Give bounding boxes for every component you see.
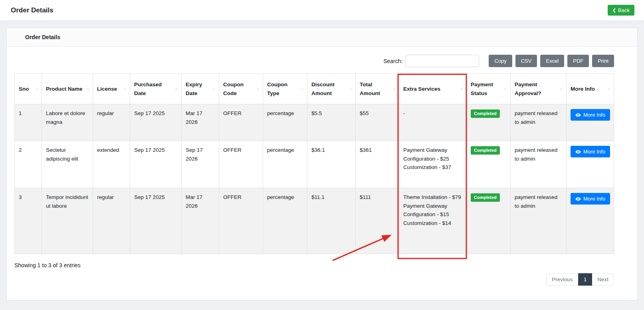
pagination-previous-button[interactable]: Previous: [546, 273, 579, 286]
cell-coupon-type: percentage: [263, 141, 307, 188]
cell-sno: 1: [15, 104, 42, 141]
cell-product-name: Tempor incididunt ut labore: [42, 188, 93, 254]
sort-icon: ↑↓: [175, 86, 177, 92]
sort-icon: ↑↓: [392, 86, 395, 92]
sort-icon: ↑↓: [123, 86, 126, 92]
page-title: Order Details: [11, 6, 54, 14]
more-info-button[interactable]: More Info: [571, 109, 610, 121]
column-header-purchased-date[interactable]: Purchased Date↑↓: [130, 74, 182, 104]
cell-coupon-code: OFFER: [219, 188, 263, 254]
table-header-row: Sno↑↓ Product Name↑↓ License↑↓ Purchased…: [15, 74, 614, 104]
table-row: 3 Tempor incididunt ut labore regular Se…: [15, 188, 614, 254]
cell-coupon-type: percentage: [263, 188, 307, 254]
cell-sno: 3: [15, 188, 42, 254]
card-body: Search: Copy CSV Excel PDF Print Sno↑↓ P…: [7, 47, 637, 300]
sort-icon: ↑↓: [256, 86, 259, 92]
column-header-coupon-code[interactable]: Coupon Code↑↓: [219, 74, 263, 104]
column-header-more-info[interactable]: More Info↑↓: [567, 74, 614, 104]
cell-coupon-code: OFFER: [219, 141, 263, 188]
cell-payment-approval: payment released to admin: [511, 188, 567, 254]
cell-license: regular: [93, 188, 130, 254]
pagination-next-button[interactable]: Next: [592, 273, 614, 286]
status-badge: Completed: [471, 193, 500, 202]
cell-extra-services: Theme Installation - $79 Payment Gateway…: [399, 188, 467, 254]
print-button[interactable]: Print: [592, 55, 614, 67]
pagination: Previous 1 Next: [14, 273, 614, 286]
sort-icon: ↑↓: [212, 86, 215, 92]
column-header-total-amount[interactable]: Total Amount↑↓: [356, 74, 399, 104]
sort-icon: ↑↓: [349, 86, 351, 92]
status-badge: Completed: [471, 109, 500, 118]
cell-expiry-date: Mar 17 2026: [182, 188, 219, 254]
cell-payment-approval: payment released to admin: [511, 141, 567, 188]
cell-extra-services: Payment Gateway Configuration - $25 Cust…: [399, 141, 467, 188]
csv-button[interactable]: CSV: [515, 55, 537, 67]
sort-icon: ↑↓: [607, 86, 610, 92]
cell-product-name: Sectetur adipiscing elit: [42, 141, 93, 188]
search-label: Search:: [383, 58, 402, 64]
cell-more-info: More Info: [567, 188, 614, 254]
cell-discount-amount: $11.1: [307, 188, 356, 254]
order-details-card: Order Details Search: Copy CSV Excel PDF…: [6, 28, 638, 300]
column-header-payment-status[interactable]: Payment Status↑↓: [467, 74, 511, 104]
copy-button[interactable]: Copy: [489, 55, 512, 67]
column-header-discount-amount[interactable]: Discount Amount↑↓: [307, 74, 356, 104]
cell-purchased-date: Sep 17 2025: [130, 188, 182, 254]
cell-license: regular: [93, 104, 130, 141]
excel-button[interactable]: Excel: [540, 55, 564, 67]
cell-expiry-date: Mar 17 2026: [182, 104, 219, 141]
cell-more-info: More Info: [567, 141, 614, 188]
table-info-text: Showing 1 to 3 of 3 entries: [14, 262, 614, 268]
card-title: Order Details: [7, 28, 637, 47]
more-info-button[interactable]: More Info: [571, 146, 610, 157]
eye-icon: [575, 149, 581, 155]
more-info-label: More Info: [583, 149, 605, 155]
cell-sno: 2: [15, 141, 42, 188]
table-row: 2 Sectetur adipiscing elit extended Sep …: [15, 141, 614, 188]
cell-payment-status: Completed: [467, 141, 511, 188]
sort-icon: ↑↓: [301, 86, 303, 92]
sort-icon: ↑↓: [460, 86, 462, 92]
top-bar: Order Details ❮ Back: [0, 0, 644, 21]
cell-coupon-code: OFFER: [219, 104, 263, 141]
cell-purchased-date: Sep 17 2025: [130, 141, 182, 188]
more-info-label: More Info: [583, 196, 605, 202]
cell-payment-approval: payment released to admin: [511, 104, 567, 141]
export-button-group: Copy CSV Excel PDF Print: [485, 55, 614, 67]
pdf-button[interactable]: PDF: [567, 55, 589, 67]
column-header-payment-approval[interactable]: Payment Approval?↑↓: [511, 74, 567, 104]
cell-more-info: More Info: [567, 104, 614, 141]
cell-purchased-date: Sep 17 2025: [130, 104, 182, 141]
column-header-extra-services[interactable]: Extra Services↑↓: [399, 74, 467, 104]
cell-product-name: Labore et dolore magna: [42, 104, 93, 141]
back-chevron-icon: ❮: [612, 8, 616, 12]
cell-total-amount: $111: [356, 188, 399, 254]
cell-payment-status: Completed: [467, 188, 511, 254]
table-row: 1 Labore et dolore magna regular Sep 17 …: [15, 104, 614, 141]
column-header-license[interactable]: License↑↓: [93, 74, 130, 104]
eye-icon: [575, 112, 581, 118]
cell-coupon-type: percentage: [263, 104, 307, 141]
more-info-button[interactable]: More Info: [571, 193, 610, 205]
cell-expiry-date: Sep 17 2026: [182, 141, 219, 188]
cell-discount-amount: $36.1: [307, 141, 356, 188]
eye-icon: [575, 196, 581, 202]
column-header-sno[interactable]: Sno↑↓: [15, 74, 42, 104]
table-toolbar: Search: Copy CSV Excel PDF Print: [14, 55, 614, 67]
cell-discount-amount: $5.5: [307, 104, 356, 141]
column-header-coupon-type[interactable]: Coupon Type↑↓: [263, 74, 307, 104]
sort-icon: ↑↓: [35, 86, 38, 92]
more-info-label: More Info: [583, 112, 605, 118]
cell-total-amount: $361: [356, 141, 399, 188]
sort-icon: ↑↓: [86, 86, 89, 92]
order-details-table: Sno↑↓ Product Name↑↓ License↑↓ Purchased…: [14, 74, 614, 254]
search-input[interactable]: [405, 55, 479, 67]
pagination-page-1-button[interactable]: 1: [578, 273, 592, 286]
cell-total-amount: $55: [356, 104, 399, 141]
column-header-expiry-date[interactable]: Expiry Date↑↓: [182, 74, 219, 104]
cell-license: extended: [93, 141, 130, 188]
column-header-product-name[interactable]: Product Name↑↓: [42, 74, 93, 104]
back-button-label: Back: [618, 7, 630, 13]
back-button[interactable]: ❮ Back: [608, 5, 634, 16]
sort-icon: ↑↓: [560, 86, 562, 92]
